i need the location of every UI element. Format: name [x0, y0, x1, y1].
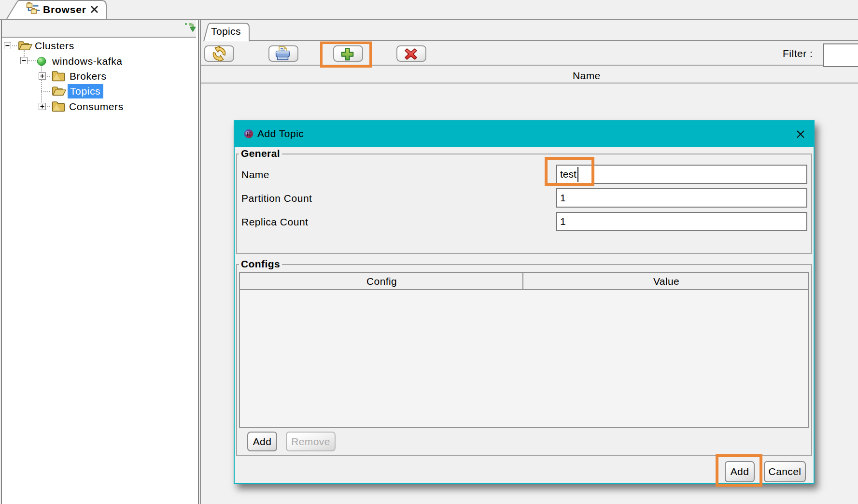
svg-text:K: K	[247, 130, 252, 138]
